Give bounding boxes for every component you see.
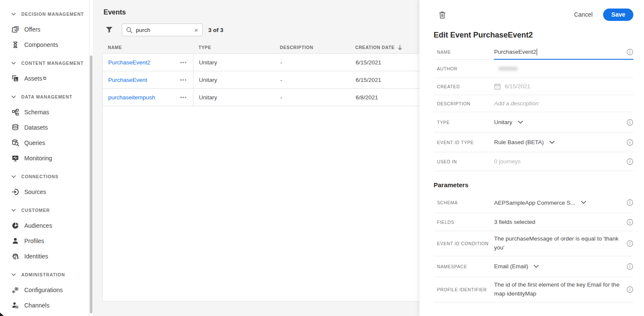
field-row-event-id-condition: EVENT ID CONDITION The purchaseMessage o… [434,231,633,256]
description-placeholder: Add a description [494,100,538,107]
field-row-event-id-type: EVENT ID TYPE Rule Based (BETA) [434,133,633,152]
info-icon[interactable] [627,240,633,247]
sidebar-section-label: CUSTOMER [21,208,50,213]
field-label: EVENT ID TYPE [434,140,494,145]
more-actions-button[interactable]: ••• [180,95,187,100]
event-name-link[interactable]: PurchaseEvent [108,77,147,83]
info-icon[interactable] [627,139,633,146]
edit-event-panel: Cancel Save Edit Event PurchaseEvent2 NA… [420,0,644,316]
sidebar-item-profiles[interactable]: Profiles [0,233,93,249]
sidebar-item-queries[interactable]: Queries [0,135,93,151]
identities-icon [11,252,19,261]
info-icon[interactable] [627,199,633,206]
more-actions-button[interactable]: ••• [180,77,187,82]
sidebar-item-configurations[interactable]: Configurations [0,282,93,298]
sidebar-section-content-management[interactable]: CONTENT MANAGEMENT [0,55,93,71]
sidebar-item-datasets[interactable]: Datasets [0,120,93,135]
audiences-icon [11,222,19,230]
field-row-name: NAME PurchaseEvent2 [434,44,633,60]
event-id-type-dropdown[interactable]: Rule Based (BETA) [494,139,555,145]
sidebar-section-data-management[interactable]: DATA MANAGEMENT [0,89,93,104]
sidebar-item-components[interactable]: Components [0,37,93,52]
field-label: TYPE [434,120,494,125]
field-row-profile-identifier: PROFILE IDENTIFIER The id of the first e… [434,277,633,302]
info-icon[interactable] [627,263,633,270]
sidebar-section-label: DECISION MANAGEMENT [21,12,84,17]
sidebar-item-label: Datasets [24,124,48,131]
sidebar-item-assets[interactable]: Assets⧉ [0,71,93,86]
chevron-down-icon [12,13,16,16]
event-name-link[interactable]: PurchaseEvent2 [108,59,150,66]
calendar-icon [494,83,501,90]
sort-descending-icon [397,45,402,50]
column-header-type[interactable]: TYPE [193,45,274,50]
sidebar-item-channels[interactable]: Channels [0,298,93,313]
filter-button[interactable] [105,26,113,34]
sidebar-item-audiences[interactable]: Audiences [0,218,93,233]
event-name-link[interactable]: purchaseitempush [108,94,155,101]
sidebar-item-schemas[interactable]: Schemas [0,104,93,120]
info-icon[interactable] [627,49,633,55]
sidebar-item-sources[interactable]: Sources [0,184,93,200]
queries-icon [11,139,19,147]
profile-identifier-value[interactable]: The id of the first element of the key E… [494,277,622,302]
clear-search-icon[interactable]: × [193,27,199,33]
info-icon[interactable] [627,158,633,165]
description-cell: - [275,94,350,101]
field-row-fields: FIELDS 3 fields selected [434,213,633,231]
sidebar-section-decision-management[interactable]: DECISION MANAGEMENT [0,6,93,22]
column-header-name[interactable]: NAME [102,45,193,50]
namespace-dropdown[interactable]: Email (Email) [494,263,539,270]
channels-icon [11,302,19,310]
type-cell: Unitary [193,77,275,83]
search-box: × [122,23,203,36]
name-cell: PurchaseEvent2 ••• [103,54,193,71]
chevron-down-icon [549,141,555,144]
offers-icon [11,26,19,34]
namespace-value: Email (Email) [494,263,528,270]
more-actions-button[interactable]: ••• [180,60,187,65]
cancel-button[interactable]: Cancel [574,11,593,18]
cursor-fragment [0,313,4,316]
author-redacted-blob [498,67,518,71]
used-in-value: 0 journeys [494,158,520,165]
save-button[interactable]: Save [603,9,633,21]
sidebar-scrollbar-thumb[interactable] [90,55,92,313]
created-date: 6/15/2021 [505,83,530,90]
chevron-down-icon [12,175,16,178]
description-cell: - [275,59,350,66]
profiles-icon [11,237,19,245]
type-dropdown[interactable]: Unitary [494,119,523,125]
description-input[interactable]: Add a description [494,100,633,107]
sidebar-item-label: Components [24,41,58,48]
sidebar-item-monitoring[interactable]: Monitoring [0,151,93,166]
field-label: NAMESPACE [434,264,494,269]
sidebar-item-label: Monitoring [24,155,52,162]
delete-button[interactable] [437,10,447,19]
name-input[interactable]: PurchaseEvent2 [494,49,622,55]
type-cell: Unitary [193,59,275,66]
datasets-icon [11,124,19,132]
sidebar-item-identities[interactable]: Identities [0,249,93,264]
sources-icon [11,188,19,196]
sidebar-item-offers[interactable]: Offers [0,22,93,37]
event-id-condition-value[interactable]: The purchaseMessage of order is equal to… [494,231,622,256]
info-icon[interactable] [627,219,633,226]
sidebar-section-customer[interactable]: CUSTOMER [0,203,93,218]
sidebar-section-label: ADMINISTRATION [21,272,65,277]
schema-dropdown[interactable]: AEPSampleApp Commerce S... [494,200,586,206]
sidebar-item-label: Sources [24,188,46,195]
field-label: PROFILE IDENTIFIER [434,287,494,292]
sidebar-item-label: Channels [24,302,49,309]
fields-value[interactable]: 3 fields selected [494,219,535,225]
sidebar-item-label: Audiences [24,222,52,229]
filter-funnel-icon [106,26,113,33]
search-input[interactable] [136,27,193,33]
chevron-down-icon [12,62,16,65]
column-header-description[interactable]: DESCRIPTION [274,45,350,50]
sidebar-section-connections[interactable]: CONNECTIONS [0,169,93,184]
name-input-value: PurchaseEvent2 [494,49,536,55]
info-icon[interactable] [627,119,633,126]
sidebar-section-administration[interactable]: ADMINISTRATION [0,267,93,282]
info-icon[interactable] [627,286,633,293]
